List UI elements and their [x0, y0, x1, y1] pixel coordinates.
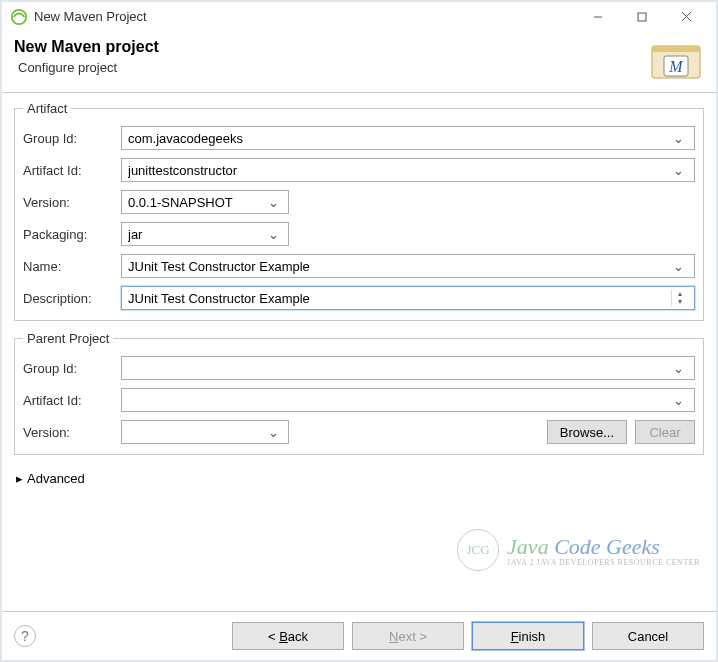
parent-artifact-id-input[interactable]: ⌄ — [121, 388, 695, 412]
chevron-down-icon[interactable]: ⌄ — [669, 393, 688, 408]
minimize-button[interactable] — [576, 2, 620, 32]
chevron-down-icon[interactable]: ⌄ — [669, 163, 688, 178]
watermark-logo: JCG Java Code Geeks JAVA 2 JAVA DEVELOPE… — [457, 529, 700, 571]
window-title: New Maven Project — [34, 9, 576, 24]
artifact-id-label: Artifact Id: — [23, 163, 113, 178]
watermark-tagline: JAVA 2 JAVA DEVELOPERS RESOURCE CENTER — [507, 558, 700, 567]
advanced-label: Advanced — [27, 471, 85, 486]
page-subtitle: Configure project — [18, 60, 648, 75]
chevron-down-icon[interactable]: ⌄ — [264, 195, 282, 210]
parent-artifact-id-text[interactable] — [128, 393, 669, 408]
svg-rect-6 — [652, 46, 700, 52]
parent-legend: Parent Project — [23, 331, 113, 346]
chevron-down-icon[interactable]: ⌄ — [264, 425, 282, 440]
wizard-header: New Maven project Configure project M — [2, 32, 716, 92]
window-titlebar: New Maven Project — [2, 2, 716, 32]
group-id-text[interactable] — [128, 131, 669, 146]
artifact-legend: Artifact — [23, 101, 71, 116]
wizard-footer: ? < Back Next > Finish Cancel — [2, 611, 716, 660]
svg-rect-2 — [638, 13, 646, 21]
artifact-fieldset: Artifact Group Id: ⌄ Artifact Id: ⌄ Vers… — [14, 101, 704, 321]
chevron-down-icon[interactable]: ⌄ — [669, 361, 688, 376]
watermark-java: Java — [507, 534, 554, 559]
name-label: Name: — [23, 259, 113, 274]
packaging-input[interactable]: ⌄ — [121, 222, 289, 246]
chevron-down-icon[interactable]: ⌄ — [669, 259, 688, 274]
chevron-down-icon[interactable]: ⌄ — [264, 227, 282, 242]
parent-artifact-id-label: Artifact Id: — [23, 393, 113, 408]
version-input[interactable]: ⌄ — [121, 190, 289, 214]
parent-group-id-label: Group Id: — [23, 361, 113, 376]
maven-icon: M — [648, 38, 704, 82]
version-label: Version: — [23, 195, 113, 210]
clear-button[interactable]: Clear — [635, 420, 695, 444]
description-text[interactable] — [128, 291, 671, 306]
spinner-icon[interactable]: ▴▾ — [671, 290, 688, 306]
advanced-expander[interactable]: ▸ Advanced — [14, 465, 704, 492]
next-button[interactable]: Next > — [352, 622, 464, 650]
finish-button[interactable]: Finish — [472, 622, 584, 650]
parent-version-input[interactable]: ⌄ — [121, 420, 289, 444]
close-button[interactable] — [664, 2, 708, 32]
page-title: New Maven project — [14, 38, 648, 56]
description-input[interactable]: ▴▾ — [121, 286, 695, 310]
parent-version-text[interactable] — [128, 425, 264, 440]
name-text[interactable] — [128, 259, 669, 274]
artifact-id-text[interactable] — [128, 163, 669, 178]
parent-group-id-input[interactable]: ⌄ — [121, 356, 695, 380]
parent-version-label: Version: — [23, 425, 113, 440]
maximize-button[interactable] — [620, 2, 664, 32]
watermark-code: Code — [554, 534, 606, 559]
artifact-id-input[interactable]: ⌄ — [121, 158, 695, 182]
group-id-label: Group Id: — [23, 131, 113, 146]
group-id-input[interactable]: ⌄ — [121, 126, 695, 150]
description-label: Description: — [23, 291, 113, 306]
parent-group-id-text[interactable] — [128, 361, 669, 376]
svg-text:M: M — [668, 58, 684, 75]
chevron-down-icon[interactable]: ⌄ — [669, 131, 688, 146]
watermark-geeks: Geeks — [606, 534, 660, 559]
app-icon — [10, 8, 28, 26]
packaging-text[interactable] — [128, 227, 264, 242]
help-icon[interactable]: ? — [14, 625, 36, 647]
packaging-label: Packaging: — [23, 227, 113, 242]
version-text[interactable] — [128, 195, 264, 210]
cancel-button[interactable]: Cancel — [592, 622, 704, 650]
back-button[interactable]: < Back — [232, 622, 344, 650]
name-input[interactable]: ⌄ — [121, 254, 695, 278]
triangle-right-icon: ▸ — [16, 471, 23, 486]
browse-button[interactable]: Browse... — [547, 420, 627, 444]
jcg-circle-icon: JCG — [457, 529, 499, 571]
parent-fieldset: Parent Project Group Id: ⌄ Artifact Id: … — [14, 331, 704, 455]
